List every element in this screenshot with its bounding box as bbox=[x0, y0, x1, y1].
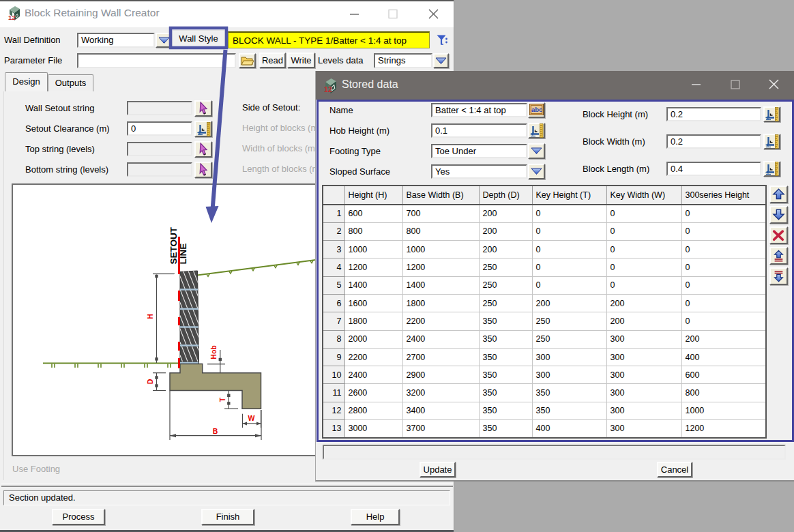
svg-text:W: W bbox=[248, 414, 255, 422]
svg-text:T: T bbox=[218, 397, 226, 402]
svg-text:12: 12 bbox=[8, 14, 16, 21]
svg-text:Hob: Hob bbox=[209, 345, 218, 359]
svg-text:H: H bbox=[146, 314, 154, 319]
svg-text:SETOUT: SETOUT bbox=[168, 226, 179, 264]
svg-text:12: 12 bbox=[324, 86, 332, 93]
svg-text:D: D bbox=[146, 379, 154, 384]
svg-text:LINE: LINE bbox=[178, 243, 188, 265]
svg-text:B: B bbox=[213, 427, 218, 435]
